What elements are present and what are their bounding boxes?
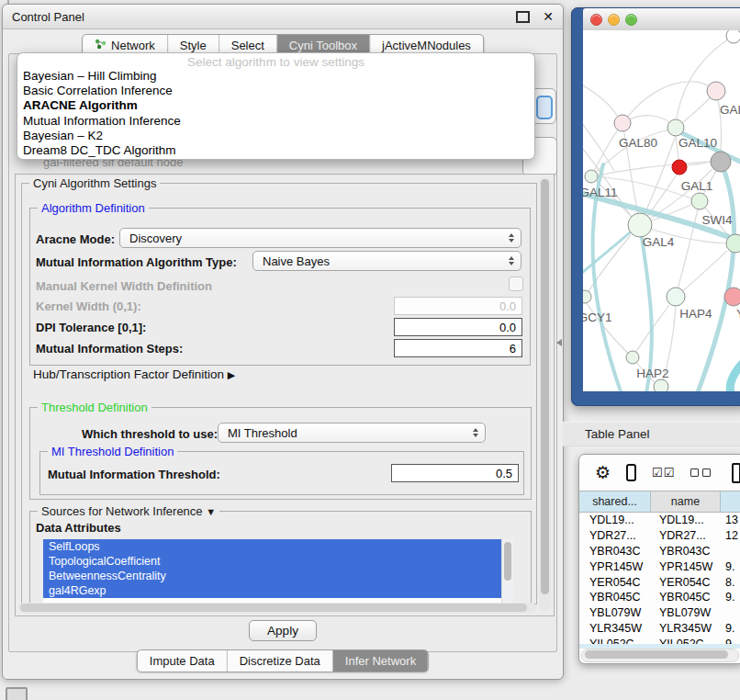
node-gal-top[interactable] — [707, 82, 725, 100]
table-row[interactable]: YDL19...YDL19...13 — [579, 513, 740, 528]
scrollbar-thumb[interactable] — [541, 179, 549, 594]
attribute-item[interactable]: SelfLoops — [43, 539, 513, 554]
document-icon[interactable] — [732, 463, 740, 483]
attribute-list-scrollbar[interactable] — [501, 539, 513, 604]
close-light[interactable] — [590, 14, 602, 26]
algorithm-option-mutual-information-inference[interactable]: Mutual Information Inference — [17, 114, 534, 129]
table-row[interactable]: YPR145WYPR145W9. — [579, 559, 740, 574]
node-label: GAL10 — [678, 136, 717, 150]
attribute-item[interactable]: BetweennessCentrality — [43, 569, 513, 583]
table-hscrollbar[interactable] — [581, 649, 739, 662]
which-threshold-combo[interactable]: MI Threshold — [218, 423, 486, 443]
tab-label: jActiveMNodules — [382, 39, 471, 52]
zoom-light[interactable] — [625, 14, 637, 26]
edge-circle-node[interactable] — [726, 30, 740, 43]
settings-scroll-area: Cyni Algorithm Settings Algorithm Defini… — [15, 174, 555, 616]
minimize-light[interactable] — [608, 14, 620, 26]
mi-threshold-field[interactable]: 0.5 — [391, 464, 519, 482]
node-pink-right[interactable] — [724, 288, 740, 306]
column-header-name[interactable]: name — [651, 491, 721, 512]
node-gal4[interactable] — [628, 213, 652, 237]
attribute-item[interactable]: TopologicalCoefficient — [43, 554, 513, 569]
expander-arrow-icon: ▶ — [228, 369, 235, 380]
table-cell: YIL052C — [579, 638, 651, 644]
mi-type-combo[interactable]: Naive Bayes — [252, 251, 521, 271]
scrollbar-thumb[interactable] — [504, 542, 511, 581]
node-hap4[interactable] — [667, 288, 685, 306]
table-header-row: shared...name — [579, 491, 740, 513]
table-row[interactable]: YDR27...YDR27...12 — [579, 528, 740, 544]
table-toolbar: ⚙☑☑ — [579, 455, 740, 491]
select-all-icon[interactable]: ☑☑ — [652, 466, 675, 480]
node-bottom[interactable] — [654, 379, 668, 391]
network-edge — [591, 162, 711, 176]
float-icon[interactable] — [516, 11, 530, 23]
table-row[interactable]: YBL079WYBL079W — [579, 605, 740, 621]
node-label: GCY1 — [583, 310, 611, 324]
table-cell: YPR145W — [579, 560, 651, 573]
table-cell: YLR345W — [651, 622, 721, 635]
attribute-list[interactable]: SelfLoopsTopologicalCoefficientBetweenne… — [43, 539, 513, 604]
table-row[interactable]: YER054CYER054C8. — [579, 574, 740, 590]
attribute-item[interactable]: gal4RGexp — [43, 583, 513, 598]
settings-hscrollbar[interactable] — [18, 603, 536, 613]
table-rows: YDL19...YDL19...13YDR27...YDR27...12YBR0… — [579, 513, 740, 644]
algorithm-option-basic-correlation-inference[interactable]: Basic Correlation Inference — [17, 84, 534, 98]
table-row[interactable]: YBR043CYBR043C — [579, 544, 740, 559]
gear-icon[interactable]: ⚙ — [595, 464, 611, 481]
mi-steps-field[interactable]: 6 — [394, 339, 522, 357]
node-gray[interactable] — [711, 152, 731, 172]
kernel-width-label: Kernel Width (0,1): — [36, 299, 141, 313]
node-red[interactable] — [672, 160, 687, 175]
dpi-tolerance-field[interactable]: 0.0 — [394, 318, 522, 336]
which-threshold-value: MI Threshold — [228, 426, 297, 440]
sources-title[interactable]: Sources for Network Inference ▼ — [38, 504, 219, 518]
aracne-mode-label: Aracne Mode: — [36, 232, 115, 246]
apply-button[interactable]: Apply — [249, 620, 317, 641]
panel-collapse-arrow[interactable] — [556, 339, 562, 346]
close-icon[interactable]: ✕ — [543, 10, 554, 23]
tab-impute-data[interactable]: Impute Data — [138, 650, 228, 672]
network-window-titlebar[interactable] — [583, 8, 740, 31]
table-cell: 9. — [721, 560, 740, 573]
node-gal1[interactable] — [691, 193, 708, 209]
node-gal10[interactable] — [667, 119, 684, 136]
node-gal80[interactable] — [614, 115, 631, 131]
table-cell: YBR045C — [651, 591, 721, 604]
algorithm-option-aracne-algorithm[interactable]: ARACNE Algorithm — [17, 98, 534, 113]
network-canvas[interactable]: GALGAL80GAL10GAL11GAL1GAL4SWI4GCY1HAP4YH… — [583, 30, 740, 391]
cyni-algorithm-settings-group: Cyni Algorithm Settings Algorithm Defini… — [21, 183, 537, 604]
table-row[interactable]: YBR045CYBR045C9. — [579, 590, 740, 605]
threshold-definition-group: Threshold Definition Which threshold to … — [29, 407, 532, 500]
tab-discretize-data[interactable]: Discretize Data — [228, 650, 333, 672]
scrollbar-thumb[interactable] — [20, 604, 527, 612]
mi-threshold-label: Mutual Information Threshold: — [48, 468, 220, 481]
node-gal11[interactable] — [585, 170, 598, 183]
group-title: Cyni Algorithm Settings — [29, 176, 160, 190]
deselect-all-icon[interactable] — [690, 469, 711, 477]
algorithm-option-bayesian-hill-climbing[interactable]: Bayesian – Hill Climbing — [17, 69, 534, 84]
algorithm-option-dream8-dc-tdc-algorithm[interactable]: Dream8 DC_TDC Algorithm — [17, 143, 534, 158]
table-cell: YBR043C — [651, 545, 721, 558]
node-swi4[interactable] — [726, 234, 740, 253]
minimized-panel-icon[interactable] — [6, 687, 28, 700]
table-cell: YDL19... — [651, 514, 721, 526]
columns-icon[interactable] — [626, 464, 636, 481]
tab-label: Style — [180, 39, 207, 52]
column-header-extra[interactable] — [721, 491, 740, 512]
aracne-mode-combo[interactable]: Discovery — [119, 228, 521, 248]
panel-title: Control Panel — [12, 10, 84, 24]
column-header-shared[interactable]: shared... — [579, 491, 651, 512]
node-hap2[interactable] — [626, 351, 639, 364]
settings-vscrollbar[interactable] — [539, 177, 551, 611]
tab-infer-network[interactable]: Infer Network — [333, 650, 428, 672]
tab-label: Infer Network — [345, 654, 416, 668]
focused-spinner-button[interactable] — [536, 96, 553, 119]
table-row[interactable]: YIL052CYIL052C9. — [579, 636, 740, 644]
table-row[interactable]: YLR345WYLR345W9. — [579, 621, 740, 637]
scrollbar-thumb[interactable] — [585, 650, 728, 659]
hub-definition-expander[interactable]: Hub/Transcription Factor Definition ▶ — [33, 367, 235, 381]
algorithm-option-bayesian-k2[interactable]: Bayesian – K2 — [17, 129, 534, 143]
table-cell: YDR27... — [579, 529, 651, 542]
node-gcy1[interactable] — [583, 290, 591, 303]
